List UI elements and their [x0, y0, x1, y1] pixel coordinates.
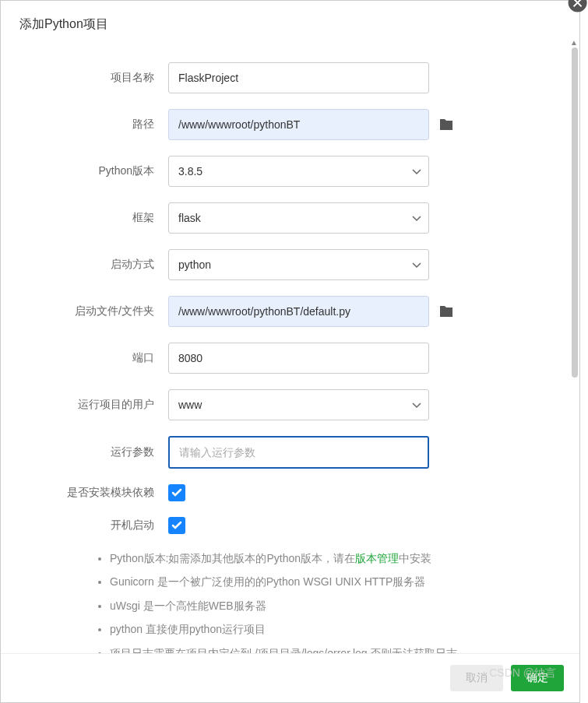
input-start-file[interactable] — [168, 296, 429, 327]
row-framework: 框架 flask — [32, 202, 548, 234]
label-install-deps: 是否安装模块依赖 — [32, 486, 168, 500]
select-python-version[interactable]: 3.8.5 — [168, 156, 429, 187]
label-python-version: Python版本 — [32, 164, 168, 178]
note-item: uWsgi 是一个高性能WEB服务器 — [110, 597, 548, 614]
row-install-deps: 是否安装模块依赖 — [32, 484, 548, 501]
input-path[interactable] — [168, 109, 429, 140]
row-start-mode: 启动方式 python — [32, 249, 548, 280]
label-project-name: 项目名称 — [32, 71, 168, 85]
folder-icon[interactable] — [438, 304, 454, 318]
note-item: Gunicorn 是一个被广泛使用的的Python WSGI UNIX HTTP… — [110, 573, 548, 590]
input-project-name[interactable] — [168, 62, 429, 93]
select-framework[interactable]: flask — [168, 202, 429, 234]
note-item: 项目日志需要在项目内定位到 /项目目录/logs/error.log 否则无法获… — [110, 645, 548, 653]
row-port: 端口 — [32, 343, 548, 374]
row-project-name: 项目名称 — [32, 62, 548, 93]
row-start-file: 启动文件/文件夹 — [32, 296, 548, 327]
label-framework: 框架 — [32, 211, 168, 225]
row-path: 路径 — [32, 109, 548, 140]
dialog-body: 项目名称 路径 Python版本 3.8.5 — [1, 47, 579, 653]
confirm-button[interactable]: 确定 — [511, 665, 564, 691]
row-run-user: 运行项目的用户 www — [32, 389, 548, 420]
label-path: 路径 — [32, 118, 168, 132]
checkbox-auto-start[interactable] — [168, 517, 185, 534]
row-auto-start: 开机启动 — [32, 517, 548, 534]
label-auto-start: 开机启动 — [32, 518, 168, 533]
scrollbar-thumb[interactable] — [572, 47, 578, 378]
dialog-title: 添加Python项目 — [1, 1, 579, 47]
label-run-args: 运行参数 — [32, 445, 168, 459]
notes-section: Python版本:如需添加其他版本的Python版本，请在版本管理中安装 Gun… — [32, 550, 548, 653]
label-run-user: 运行项目的用户 — [32, 398, 168, 412]
checkbox-install-deps[interactable] — [168, 484, 185, 501]
cancel-button[interactable]: 取消 — [450, 665, 503, 691]
select-run-user[interactable]: www — [168, 389, 429, 420]
row-run-args: 运行参数 — [32, 436, 548, 469]
dialog-footer: 取消 确定 — [1, 653, 579, 702]
select-start-mode[interactable]: python — [168, 249, 429, 280]
version-manage-link[interactable]: 版本管理 — [355, 552, 399, 564]
row-python-version: Python版本 3.8.5 — [32, 156, 548, 187]
input-port[interactable] — [168, 343, 429, 374]
scroll-arrow-up[interactable]: ▲ — [570, 38, 578, 47]
folder-icon[interactable] — [438, 118, 454, 132]
label-start-file: 启动文件/文件夹 — [32, 304, 168, 318]
note-item: python 直接使用python运行项目 — [110, 620, 548, 638]
label-port: 端口 — [32, 351, 168, 365]
input-run-args[interactable] — [168, 436, 429, 469]
label-start-mode: 启动方式 — [32, 258, 168, 272]
add-python-project-dialog: 添加Python项目 ▲ 项目名称 路径 Python版本 3.8 — [0, 0, 580, 703]
scrollbar[interactable] — [570, 47, 578, 648]
note-item: Python版本:如需添加其他版本的Python版本，请在版本管理中安装 — [110, 550, 548, 567]
